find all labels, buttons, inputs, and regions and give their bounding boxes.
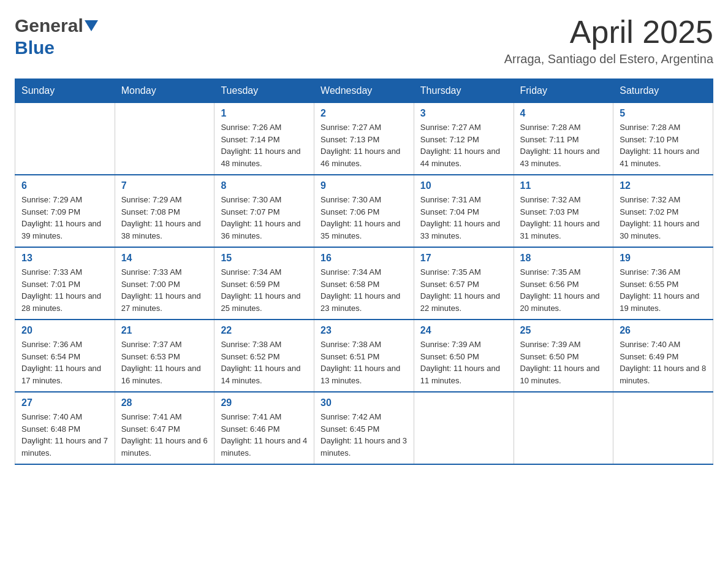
header-monday: Monday — [115, 79, 214, 103]
daylight-text: Daylight: 11 hours and 30 minutes. — [620, 218, 707, 242]
day-info: Sunrise: 7:41 AMSunset: 6:47 PMDaylight:… — [121, 411, 208, 459]
daylight-text: Daylight: 11 hours and 48 minutes. — [221, 145, 308, 169]
sunrise-text: Sunrise: 7:29 AM — [21, 194, 108, 206]
page-header: General Blue April 2025 Arraga, Santiago… — [15, 15, 713, 66]
header-tuesday: Tuesday — [214, 79, 314, 103]
sunrise-text: Sunrise: 7:38 AM — [320, 339, 408, 351]
day-info: Sunrise: 7:36 AMSunset: 6:54 PMDaylight:… — [21, 339, 108, 386]
sunset-text: Sunset: 6:51 PM — [320, 351, 408, 363]
calendar-cell: 21Sunrise: 7:37 AMSunset: 6:53 PMDayligh… — [115, 320, 214, 392]
sunrise-text: Sunrise: 7:35 AM — [420, 266, 507, 278]
sunset-text: Sunset: 6:50 PM — [420, 351, 507, 363]
calendar-cell: 8Sunrise: 7:30 AMSunset: 7:07 PMDaylight… — [214, 175, 314, 247]
week-row-2: 6Sunrise: 7:29 AMSunset: 7:09 PMDaylight… — [15, 175, 713, 247]
calendar-cell: 27Sunrise: 7:40 AMSunset: 6:48 PMDayligh… — [15, 392, 115, 464]
sunset-text: Sunset: 7:03 PM — [520, 206, 607, 218]
sunrise-text: Sunrise: 7:40 AM — [620, 339, 707, 351]
day-number: 9 — [320, 180, 408, 191]
calendar-cell: 28Sunrise: 7:41 AMSunset: 6:47 PMDayligh… — [115, 392, 214, 464]
daylight-text: Daylight: 11 hours and 35 minutes. — [320, 218, 408, 242]
calendar-cell: 22Sunrise: 7:38 AMSunset: 6:52 PMDayligh… — [214, 320, 314, 392]
calendar-cell: 5Sunrise: 7:28 AMSunset: 7:10 PMDaylight… — [613, 103, 713, 175]
sunset-text: Sunset: 6:53 PM — [121, 351, 208, 363]
sunrise-text: Sunrise: 7:36 AM — [21, 339, 108, 351]
calendar-cell: 26Sunrise: 7:40 AMSunset: 6:49 PMDayligh… — [613, 320, 713, 392]
day-number: 30 — [320, 397, 408, 408]
calendar-cell: 23Sunrise: 7:38 AMSunset: 6:51 PMDayligh… — [314, 320, 414, 392]
sunrise-text: Sunrise: 7:35 AM — [520, 266, 607, 278]
day-number: 11 — [520, 180, 607, 191]
calendar-cell: 25Sunrise: 7:39 AMSunset: 6:50 PMDayligh… — [514, 320, 613, 392]
sunset-text: Sunset: 7:09 PM — [21, 206, 108, 218]
sunset-text: Sunset: 7:04 PM — [420, 206, 507, 218]
sunrise-text: Sunrise: 7:34 AM — [221, 266, 308, 278]
sunset-text: Sunset: 7:07 PM — [221, 206, 308, 218]
daylight-text: Daylight: 11 hours and 39 minutes. — [21, 218, 108, 242]
daylight-text: Daylight: 11 hours and 23 minutes. — [320, 290, 408, 314]
calendar-cell: 9Sunrise: 7:30 AMSunset: 7:06 PMDaylight… — [314, 175, 414, 247]
header-sunday: Sunday — [15, 79, 115, 103]
sunrise-text: Sunrise: 7:31 AM — [420, 194, 507, 206]
day-number: 15 — [221, 253, 308, 264]
daylight-text: Daylight: 11 hours and 10 minutes. — [520, 362, 607, 386]
daylight-text: Daylight: 11 hours and 11 minutes. — [420, 362, 507, 386]
daylight-text: Daylight: 11 hours and 44 minutes. — [420, 145, 507, 169]
sunrise-text: Sunrise: 7:37 AM — [121, 339, 208, 351]
day-number: 16 — [320, 253, 408, 264]
header-saturday: Saturday — [613, 79, 713, 103]
day-info: Sunrise: 7:40 AMSunset: 6:48 PMDaylight:… — [21, 411, 108, 459]
calendar-cell — [514, 392, 613, 464]
daylight-text: Daylight: 11 hours and 46 minutes. — [320, 145, 408, 169]
day-info: Sunrise: 7:42 AMSunset: 6:45 PMDaylight:… — [320, 411, 408, 459]
calendar-table: Sunday Monday Tuesday Wednesday Thursday… — [15, 79, 713, 465]
day-info: Sunrise: 7:34 AMSunset: 6:59 PMDaylight:… — [221, 266, 308, 314]
week-row-3: 13Sunrise: 7:33 AMSunset: 7:01 PMDayligh… — [15, 247, 713, 320]
sunset-text: Sunset: 7:06 PM — [320, 206, 408, 218]
sunset-text: Sunset: 6:59 PM — [221, 278, 308, 291]
day-info: Sunrise: 7:37 AMSunset: 6:53 PMDaylight:… — [121, 339, 208, 386]
calendar-cell: 16Sunrise: 7:34 AMSunset: 6:58 PMDayligh… — [314, 247, 414, 320]
day-number: 14 — [121, 253, 208, 264]
day-info: Sunrise: 7:40 AMSunset: 6:49 PMDaylight:… — [620, 339, 707, 386]
sunrise-text: Sunrise: 7:42 AM — [320, 411, 408, 423]
sunset-text: Sunset: 7:02 PM — [620, 206, 707, 218]
day-number: 2 — [320, 108, 408, 119]
sunset-text: Sunset: 6:46 PM — [221, 423, 308, 435]
calendar-cell: 17Sunrise: 7:35 AMSunset: 6:57 PMDayligh… — [414, 247, 514, 320]
daylight-text: Daylight: 11 hours and 27 minutes. — [121, 290, 208, 314]
header-thursday: Thursday — [414, 79, 514, 103]
sunset-text: Sunset: 7:01 PM — [21, 278, 108, 291]
day-number: 23 — [320, 325, 408, 336]
sunrise-text: Sunrise: 7:32 AM — [520, 194, 607, 206]
day-info: Sunrise: 7:35 AMSunset: 6:56 PMDaylight:… — [520, 266, 607, 314]
daylight-text: Daylight: 11 hours and 7 minutes. — [21, 435, 108, 459]
day-info: Sunrise: 7:41 AMSunset: 6:46 PMDaylight:… — [221, 411, 308, 459]
sunset-text: Sunset: 6:45 PM — [320, 423, 408, 435]
sunset-text: Sunset: 6:58 PM — [320, 278, 408, 291]
sunset-text: Sunset: 6:50 PM — [520, 351, 607, 363]
calendar-header-row: Sunday Monday Tuesday Wednesday Thursday… — [15, 79, 713, 103]
day-info: Sunrise: 7:27 AMSunset: 7:12 PMDaylight:… — [420, 121, 507, 169]
calendar-cell: 13Sunrise: 7:33 AMSunset: 7:01 PMDayligh… — [15, 247, 115, 320]
day-number: 27 — [21, 397, 108, 408]
day-info: Sunrise: 7:29 AMSunset: 7:08 PMDaylight:… — [121, 194, 208, 242]
sunset-text: Sunset: 7:11 PM — [520, 134, 607, 146]
sunrise-text: Sunrise: 7:32 AM — [620, 194, 707, 206]
sunrise-text: Sunrise: 7:41 AM — [121, 411, 208, 423]
logo: General Blue — [15, 15, 98, 59]
day-number: 20 — [21, 325, 108, 336]
day-number: 17 — [420, 253, 507, 264]
day-number: 1 — [221, 108, 308, 119]
daylight-text: Daylight: 11 hours and 3 minutes. — [320, 435, 408, 459]
daylight-text: Daylight: 11 hours and 36 minutes. — [221, 218, 308, 242]
daylight-text: Daylight: 11 hours and 28 minutes. — [21, 290, 108, 314]
sunset-text: Sunset: 7:14 PM — [221, 134, 308, 146]
day-number: 12 — [620, 180, 707, 191]
day-info: Sunrise: 7:39 AMSunset: 6:50 PMDaylight:… — [420, 339, 507, 386]
sunset-text: Sunset: 6:54 PM — [21, 351, 108, 363]
logo-triangle-icon — [85, 20, 98, 34]
calendar-cell: 2Sunrise: 7:27 AMSunset: 7:13 PMDaylight… — [314, 103, 414, 175]
sunrise-text: Sunrise: 7:28 AM — [520, 121, 607, 134]
daylight-text: Daylight: 11 hours and 43 minutes. — [520, 145, 607, 169]
day-number: 5 — [620, 108, 707, 119]
